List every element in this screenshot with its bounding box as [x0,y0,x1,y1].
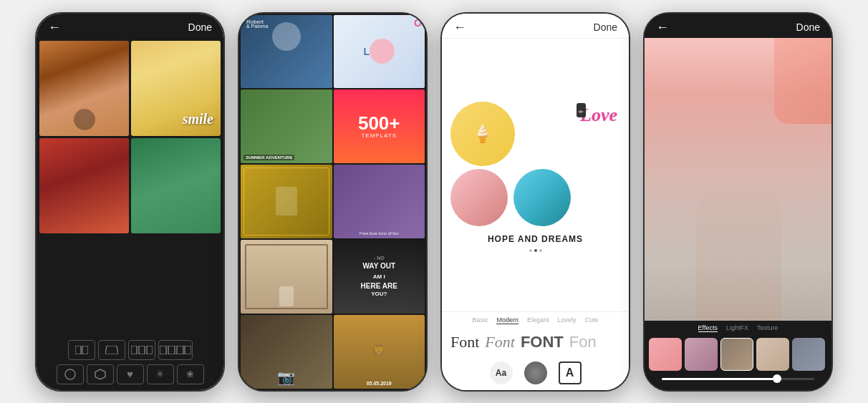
layout-icon-1[interactable] [68,340,95,360]
phone4-screen: ← Done Effects LightFX Texture [645,14,831,390]
svg-point-10 [65,369,75,379]
template-cell-5[interactable] [241,165,332,238]
filter-strip-2[interactable] [685,338,718,371]
template-cell-10[interactable]: 🦁 05.05.2019 [334,315,425,389]
template-no-way-text: - NO WAY OUT AM I HERE ARE YOU? [358,252,400,301]
phone3-topbar: ← Done [442,14,629,39]
font-sample-script[interactable]: Font [485,333,515,351]
svg-rect-7 [168,346,175,354]
template-cell-500[interactable]: 500+ TEMPLATS [334,89,425,163]
filter-strips[interactable] [645,335,831,374]
font-sample-light[interactable]: Fon [569,333,597,351]
template-cell-3[interactable]: SUMMER ADVENTURE [241,89,332,163]
template-cell-1[interactable]: Robert & Paloma [241,15,332,89]
tool-row-1 [41,340,219,360]
collage-cell-4[interactable] [131,138,221,233]
slider-thumb[interactable] [773,374,781,383]
svg-rect-1 [82,346,88,354]
svg-marker-11 [95,369,105,379]
smile-text: smile [183,111,213,127]
filter-strip-1[interactable] [649,338,682,371]
phone-3: ← Done 🍦 Love ✏ [440,12,630,392]
svg-rect-5 [147,346,153,354]
phone4-topbar: ← Done [645,14,831,38]
tool-row-2: ♥ ✳ ❀ [41,364,219,384]
phone3-done-button[interactable]: Done [594,21,617,33]
template-cell-9[interactable]: 📷 [241,315,332,389]
svg-rect-4 [139,346,145,354]
font-style-button[interactable]: A [559,361,582,384]
canvas-circle-1: 🍦 [450,102,515,166]
main-photo[interactable] [645,38,831,321]
phone-4: ← Done Effects LightFX Texture [643,12,833,392]
phone3-back-icon[interactable]: ← [453,21,466,34]
template-cell-6[interactable]: Free love tons of fun [334,165,425,238]
filter-strip-5[interactable] [792,338,825,371]
layout-icon-3[interactable] [128,340,155,360]
shape-flower-icon[interactable]: ❀ [177,364,204,384]
phone1-done-button[interactable]: Done [188,21,212,33]
slider-fill [662,378,776,380]
phone1-back-icon[interactable]: ← [48,21,61,34]
svg-rect-0 [75,346,81,354]
collage-cell-3[interactable] [39,138,129,233]
template-date: 05.05.2019 [334,381,425,386]
canvas-circle-2 [450,169,508,226]
filter-tabs: Effects LightFX Texture [645,321,831,335]
font-samples[interactable]: Font Font FONT Fon [442,327,629,357]
template-cell-8[interactable]: - NO WAY OUT AM I HERE ARE YOU? [334,240,425,314]
font-color-button[interactable] [524,361,547,384]
font-tabs: Basic Modern Elegant Lovely Cute [442,311,629,327]
shape-heart-icon[interactable]: ♥ [117,364,144,384]
phone-2: Robert & Paloma L O SUMMER ADVENTURE [238,12,428,392]
intensity-slider[interactable] [662,378,814,380]
font-size-button[interactable]: Aa [490,361,513,384]
template-cell-2[interactable]: L O [334,15,425,89]
svg-marker-2 [105,346,118,354]
font-tab-cute[interactable]: Cute [585,316,599,324]
svg-rect-6 [160,346,166,354]
phone-1: ← Done smile [35,12,225,392]
template-cell-7[interactable] [241,240,332,314]
font-tab-modern[interactable]: Modern [496,316,519,324]
page-dots [529,248,542,253]
font-tab-elegant[interactable]: Elegant [527,316,549,324]
svg-rect-3 [131,346,137,354]
canvas-area[interactable]: 🍦 Love ✏ [442,39,629,311]
font-tools: Aa A [442,357,629,390]
edit-controls: ✏ [577,103,586,117]
shape-circle-icon[interactable] [57,364,84,384]
filter-strip-4[interactable] [756,338,789,371]
filter-tab-lightfx[interactable]: LightFX [726,324,748,332]
template-500-badge: 500+ TEMPLATS [358,114,400,139]
font-sample-bold[interactable]: FONT [521,333,564,351]
shape-star-icon[interactable]: ✳ [147,364,174,384]
layout-icon-4[interactable] [158,340,193,360]
slider-container[interactable] [645,374,831,390]
filter-tab-effects[interactable]: Effects [698,324,718,332]
phone2-screen: Robert & Paloma L O SUMMER ADVENTURE [239,14,426,390]
phone4-back-icon[interactable]: ← [656,21,669,34]
phone3-screen: ← Done 🍦 Love ✏ [442,14,629,390]
font-tab-basic[interactable]: Basic [472,316,488,324]
collage-cell-1[interactable] [39,41,129,136]
filter-strip-3-selected[interactable] [720,338,753,371]
font-sample-serif[interactable]: Font [450,333,479,351]
collage-tools: ♥ ✳ ❀ [37,334,223,390]
collage-cell-2[interactable]: smile [131,41,221,136]
phone1-screen: ← Done smile [37,14,223,390]
phone1-topbar: ← Done [37,14,223,38]
font-tab-lovely[interactable]: Lovely [558,316,577,324]
building-detail [774,38,831,124]
shape-hexagon-icon[interactable] [87,364,114,384]
phone4-done-button[interactable]: Done [796,21,820,33]
canvas-circle-3 [513,169,571,226]
phones-container: ← Done smile [0,0,868,403]
svg-rect-8 [177,346,183,354]
person-silhouette [695,178,781,321]
collage-area[interactable]: smile [37,38,223,334]
templates-grid[interactable]: Robert & Paloma L O SUMMER ADVENTURE [239,14,426,390]
layout-icon-2[interactable] [98,340,125,360]
filter-tab-texture[interactable]: Texture [757,324,778,332]
svg-rect-9 [185,346,191,354]
